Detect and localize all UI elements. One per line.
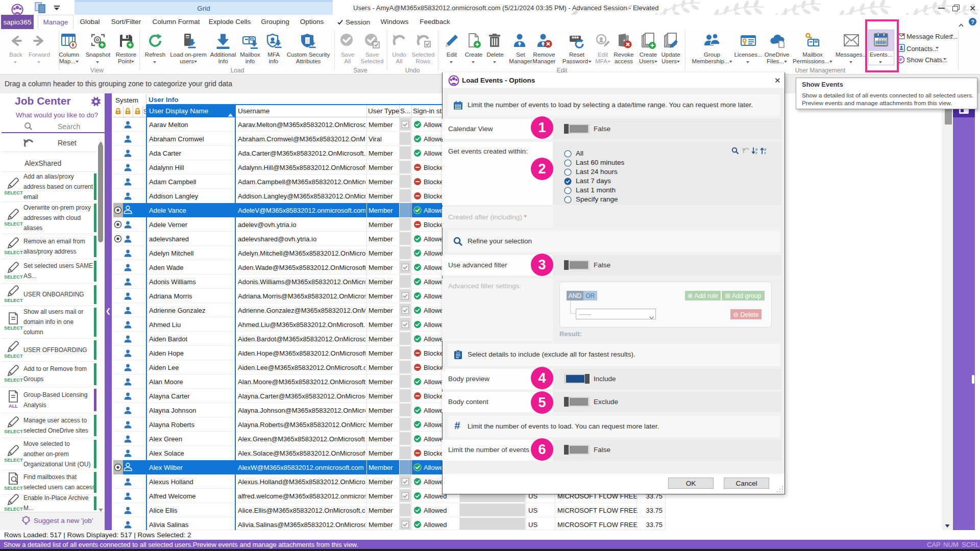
- svg-text:z: z: [755, 151, 757, 155]
- svg-text:a: a: [764, 147, 766, 151]
- svg-text:a: a: [755, 147, 757, 151]
- svg-text:z: z: [764, 151, 766, 155]
